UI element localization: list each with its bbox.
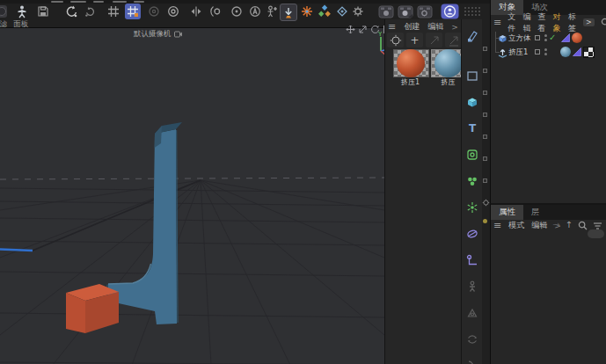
fold-marker[interactable] [483,91,487,95]
visibility-toggle[interactable] [535,35,540,40]
object-row-extrude[interactable]: 挤压1 [491,46,606,59]
cube-object[interactable] [66,284,119,333]
fold-marker[interactable] [483,135,487,139]
spline-mask-icon[interactable] [465,227,479,241]
tool-settings-icon[interactable] [208,4,223,19]
material-menubar: ≡ 创建 编辑 > [388,21,458,33]
snap-grid-icon[interactable] [106,4,121,19]
undo-icon[interactable] [63,4,79,19]
fold-marker[interactable] [483,69,487,73]
scroll-pill[interactable] [588,229,604,238]
measure-tool-icon[interactable] [465,253,479,267]
material-menu-edit[interactable]: 编辑 [427,21,443,33]
attr-menu-mode[interactable]: 模式 [508,220,524,231]
axis-y-label: Y [377,31,383,38]
clipped-tool-icon[interactable] [0,4,9,19]
object-name: 立方体 [508,33,531,44]
axis-figure-icon[interactable] [264,4,280,19]
phong-tag-icon[interactable] [560,33,571,43]
snap-grid-active-icon[interactable] [125,4,141,19]
hamburger-icon[interactable]: ≡ [493,17,501,28]
pan-icon[interactable] [346,25,355,34]
up-icon[interactable]: ↑ [566,220,573,229]
attribute-tabs: 属性 层 [491,205,606,220]
mirror-tool-icon[interactable] [188,4,204,19]
redo-icon[interactable] [83,4,99,19]
extrude-object-icon [497,47,508,58]
enabled-check[interactable]: ✓ [549,33,556,42]
fold-marker[interactable] [483,157,487,161]
quantize-icon[interactable] [334,4,350,19]
tab-attributes[interactable]: 属性 [491,205,523,220]
render-settings-icon[interactable] [417,4,433,19]
auto-mode-icon[interactable] [247,4,263,19]
symmetry-generator-icon[interactable] [465,200,479,215]
spline-wrap-icon[interactable] [465,359,479,364]
camera-menu-icon[interactable] [174,31,182,38]
snap-star-icon[interactable] [299,4,315,19]
camera-label: 默认摄像机 [134,29,182,40]
save-material-icon[interactable] [445,33,462,47]
viewport-menubar: 过滤 面板 [0,19,384,27]
modeling-circle-icon[interactable] [229,4,245,19]
swap-arrows-icon[interactable] [465,332,479,346]
object-row-cube[interactable]: 立方体 ✓ [491,32,606,45]
axis-lock-active-icon[interactable] [280,4,297,21]
filter-icon[interactable] [593,222,602,230]
fold-marker[interactable] [483,113,487,117]
hamburger-icon[interactable]: ≡ [493,220,501,231]
workplane-disabled-icon[interactable] [146,4,162,19]
material-buttons: + [387,33,462,47]
save-icon[interactable] [35,4,51,19]
array-generator-icon[interactable] [465,174,479,188]
search-icon[interactable] [578,221,588,230]
material-tag-icon[interactable] [572,33,582,43]
load-material-icon[interactable] [426,33,442,47]
character-tool-icon[interactable] [14,4,30,19]
phong-tag-icon[interactable] [572,47,582,57]
back-icon[interactable]: ← [540,220,547,229]
subdivision-surface-icon[interactable] [465,148,479,162]
render-picture-icon[interactable] [398,4,413,19]
workplane-icon[interactable] [165,4,181,19]
add-material-icon[interactable]: + [406,33,423,47]
hamburger-icon[interactable]: ≡ [388,21,396,33]
material-tag-icon[interactable] [560,47,571,57]
scene-3d [0,28,384,364]
render-view-icon[interactable] [378,4,394,19]
search-icon[interactable] [601,18,606,27]
forward-icon[interactable]: → [552,220,559,229]
tab-layers[interactable]: 层 [523,205,548,220]
om-menu-more[interactable]: > [583,18,595,26]
visibility-toggle[interactable] [535,49,540,55]
asset-browser-icon[interactable] [440,4,459,19]
fold-marker[interactable] [483,178,487,183]
spline-pen-icon[interactable] [465,29,479,43]
gear-icon[interactable] [350,4,366,19]
cinema4d-window: 过滤 面板 [0,0,606,364]
attribute-manager: 属性 层 ≡ 模式 编辑 > ← → ↑ [490,203,606,364]
ik-chain-icon[interactable] [465,306,479,320]
uvw-tag-icon[interactable] [583,47,595,58]
text-spline-icon[interactable]: T [465,121,479,135]
viewport-canvas[interactable] [0,27,384,364]
material-menu-more[interactable]: > [451,23,458,32]
material-manager: ≡ 创建 编辑 > + 挤压1 挤压 [384,19,461,364]
toolbar-grip[interactable] [464,6,481,18]
new-material-icon[interactable] [387,33,404,47]
palette-fold-strip [482,19,490,364]
joint-tool-icon[interactable] [465,280,479,294]
cube-primitive-icon[interactable] [465,95,479,109]
main-toolbar [0,4,490,19]
grid-transverse-lines [0,188,384,364]
material-thumb-orange[interactable] [393,49,429,77]
object-palette-strip: T [461,19,482,364]
dolly-icon[interactable] [358,25,368,34]
snap-modes-icon[interactable] [317,4,332,19]
rectangle-spline-icon[interactable] [465,69,479,83]
material-menu-create[interactable]: 创建 [404,21,420,33]
fold-marker[interactable] [483,47,487,51]
world-z-axis-line [0,250,33,251]
object-tree: 立方体 ✓ 挤压1 [491,29,606,201]
mini-gear-icon[interactable] [482,199,490,207]
